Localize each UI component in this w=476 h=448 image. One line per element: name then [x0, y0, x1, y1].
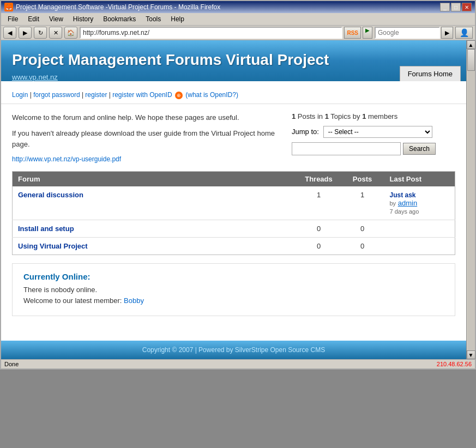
firefox-icon: 🦊 — [4, 3, 13, 11]
col-header-threads: Threads — [297, 172, 341, 187]
content-layout: Welcome to the forum and online help. We… — [12, 112, 455, 164]
address-bar[interactable]: http://forums.vp.net.nz/ — [80, 27, 342, 39]
main-wrapper: Project Management Forums Virtual Projec… — [1, 40, 475, 359]
browser-search-input[interactable] — [375, 27, 440, 39]
latest-member-link[interactable]: Bobby — [124, 296, 144, 305]
online-title: Currently Online: — [23, 272, 444, 281]
jump-to-row: Jump to: -- Select -- — [292, 126, 455, 138]
posts-cell-2: 0 — [341, 238, 384, 255]
what-openid-link[interactable]: (what is OpenID?) — [185, 91, 238, 99]
jump-label: Jump to: — [292, 128, 319, 136]
scrollbar[interactable]: ▲ ▼ — [466, 40, 475, 359]
status-bar: Done 210.48.62.56 — [1, 359, 475, 368]
address-bar-wrapper: http://forums.vp.net.nz/ RSS ▶ — [80, 27, 372, 39]
guide-link[interactable]: http://www.vp.net.nz/vp-userguide.pdf — [12, 155, 121, 163]
maximize-button[interactable]: □ — [451, 3, 461, 11]
stats-text: 1 Posts in 1 Topics by 1 members — [292, 112, 455, 120]
threads-cell-1: 0 — [297, 220, 341, 238]
welcome-text-2: If you haven't already please download t… — [12, 128, 281, 149]
latest-member-label: Welcome to our latest member: — [23, 296, 122, 305]
scroll-up-button[interactable]: ▲ — [467, 40, 475, 49]
online-box: Currently Online: There is nobody online… — [12, 263, 455, 316]
last-post-title-0[interactable]: Just ask — [390, 191, 416, 199]
last-post-cell-1 — [384, 220, 455, 238]
stats-text-label: Posts in — [298, 112, 325, 120]
register-link[interactable]: register — [85, 91, 107, 99]
status-text: Done — [4, 361, 19, 367]
login-link[interactable]: Login — [12, 91, 28, 99]
forum-name-link-install[interactable]: Install and setup — [18, 225, 74, 233]
last-post-by-0: by — [390, 200, 396, 207]
last-post-cell-0: Just ask by admin 7 days ago — [384, 186, 455, 220]
col-header-posts: Posts — [341, 172, 384, 187]
content-left: Welcome to the forum and online help. We… — [12, 112, 281, 164]
site-url-link[interactable]: www.vp.net.nz — [12, 73, 455, 81]
nobody-online-text: There is nobody online. — [23, 286, 444, 294]
jump-select[interactable]: -- Select -- — [323, 126, 432, 138]
forum-table: Forum Threads Posts Last Post General di… — [12, 171, 455, 255]
search-wrapper: ▶ — [375, 27, 453, 39]
col-header-forum: Forum — [13, 172, 297, 187]
search-row: Search — [292, 142, 455, 155]
posts-count: 1 — [292, 112, 296, 120]
posts-cell-1: 0 — [341, 220, 384, 238]
table-row: Install and setup 0 0 — [13, 220, 455, 238]
site-header: Project Management Forums Virtual Projec… — [1, 40, 466, 81]
forum-name-cell: General discussion — [13, 186, 297, 220]
footer-text: Copyright © 2007 | Powered by SilverStri… — [142, 346, 325, 354]
latest-member-text: Welcome to our latest member: Bobby — [23, 296, 444, 305]
back-button[interactable]: ◀ — [3, 27, 16, 39]
content-area: Welcome to the forum and online help. We… — [1, 104, 466, 330]
menu-history[interactable]: History — [69, 14, 98, 24]
reload-button[interactable]: ↻ — [34, 27, 47, 39]
menu-bookmarks[interactable]: Bookmarks — [99, 14, 140, 24]
minimize-button[interactable]: _ — [440, 3, 450, 11]
browser-search-button[interactable]: ▶ — [441, 27, 453, 39]
scroll-thumb[interactable] — [467, 49, 475, 71]
rss-button[interactable]: RSS — [344, 27, 361, 39]
forum-name-cell: Install and setup — [13, 220, 297, 238]
close-button[interactable]: ✕ — [462, 3, 472, 11]
navigation-bar: ◀ ▶ ↻ ✕ 🏠 http://forums.vp.net.nz/ RSS ▶… — [1, 26, 475, 40]
openid-icon: ⊕ — [175, 92, 183, 99]
site-footer: Copyright © 2007 | Powered by SilverStri… — [1, 341, 466, 359]
menu-help[interactable]: Help — [166, 14, 189, 24]
menu-edit[interactable]: Edit — [23, 14, 44, 24]
menu-view[interactable]: View — [45, 14, 68, 24]
forum-search-button[interactable]: Search — [403, 143, 436, 155]
nav-links: Login | forgot password | register | reg… — [1, 87, 466, 104]
menu-bar: File Edit View History Bookmarks Tools H… — [1, 13, 475, 26]
window-title: Project Management Software -Virtual Pro… — [16, 3, 220, 11]
forum-name-cell: Using Virtual Project — [13, 238, 297, 255]
forum-name-link-general[interactable]: General discussion — [18, 191, 83, 199]
page-content: Project Management Forums Virtual Projec… — [1, 40, 466, 359]
go-button[interactable]: ▶ — [363, 27, 372, 39]
forum-search-input[interactable] — [292, 142, 401, 155]
scroll-down-button[interactable]: ▼ — [467, 350, 475, 359]
scroll-track — [467, 49, 475, 350]
home-button[interactable]: 🏠 — [64, 27, 77, 39]
forgot-password-link[interactable]: forgot password — [33, 91, 80, 99]
threads-cell-0: 1 — [297, 186, 341, 220]
menu-tools[interactable]: Tools — [141, 14, 165, 24]
col-header-lastpost: Last Post — [384, 172, 455, 187]
url-display: http://forums.vp.net.nz/ — [83, 29, 149, 37]
welcome-text-1: Welcome to the forum and online help. We… — [12, 112, 281, 123]
threads-cell-2: 0 — [297, 238, 341, 255]
last-post-cell-2 — [384, 238, 455, 255]
register-openid-link[interactable]: register with OpenID — [112, 91, 172, 99]
site-title: Project Management Forums Virtual Projec… — [12, 51, 455, 69]
stop-button[interactable]: ✕ — [49, 27, 62, 39]
status-ip: 210.48.62.56 — [437, 361, 472, 367]
content-right: 1 Posts in 1 Topics by 1 members Jump to… — [292, 112, 455, 164]
forward-button[interactable]: ▶ — [19, 27, 32, 39]
posts-cell-0: 1 — [341, 186, 384, 220]
menu-file[interactable]: File — [3, 14, 22, 24]
window-controls: _ □ ✕ — [440, 3, 472, 11]
forums-home-tab[interactable]: Forums Home — [400, 66, 461, 81]
forum-name-link-using[interactable]: Using Virtual Project — [18, 242, 88, 250]
stats-topics-label: Topics by — [330, 112, 362, 120]
last-post-user-0[interactable]: admin — [398, 199, 417, 207]
profile-button[interactable]: 👤 — [455, 27, 473, 39]
stats-members-label: members — [368, 112, 397, 120]
